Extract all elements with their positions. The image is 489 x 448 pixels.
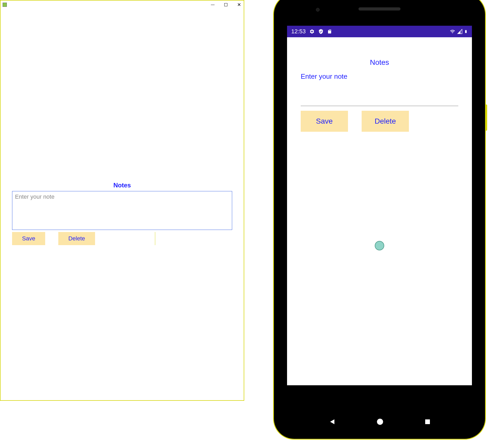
phone-device: 12:53	[273, 0, 486, 440]
note-input[interactable]	[12, 191, 232, 230]
close-button[interactable]: ✕	[236, 2, 242, 7]
note-input[interactable]: Enter your note	[301, 72, 458, 106]
delete-button[interactable]: Delete	[58, 232, 95, 245]
phone-camera	[316, 8, 320, 12]
battery-icon	[464, 29, 468, 34]
phone-screen: 12:53	[287, 26, 472, 385]
save-button[interactable]: Save	[12, 232, 45, 245]
desktop-window: ✕ Notes Save Delete	[0, 0, 244, 401]
delete-button[interactable]: Delete	[362, 111, 409, 132]
touch-indicator-icon	[375, 241, 384, 250]
shield-icon	[318, 29, 324, 34]
home-button[interactable]	[376, 418, 384, 425]
maximize-button[interactable]	[223, 2, 228, 7]
back-button[interactable]	[328, 418, 336, 425]
android-statusbar: 12:53	[287, 26, 472, 37]
page-title: Notes	[12, 182, 232, 189]
signal-icon	[457, 29, 462, 34]
svg-point-0	[377, 419, 383, 425]
phone-power-button	[485, 104, 487, 131]
android-navigation-bar	[287, 410, 472, 434]
input-placeholder: Enter your note	[301, 72, 458, 81]
phone-speaker	[358, 7, 400, 10]
wifi-icon	[449, 29, 456, 34]
page-title: Notes	[301, 58, 458, 67]
svg-rect-1	[425, 419, 430, 424]
window-titlebar[interactable]: ✕	[1, 1, 244, 9]
gear-icon	[309, 29, 315, 34]
save-button[interactable]: Save	[301, 111, 348, 132]
minimize-button[interactable]	[210, 2, 215, 7]
sd-card-icon	[327, 29, 332, 34]
statusbar-time: 12:53	[291, 28, 306, 35]
recent-apps-button[interactable]	[424, 419, 431, 425]
app-icon	[3, 3, 7, 7]
